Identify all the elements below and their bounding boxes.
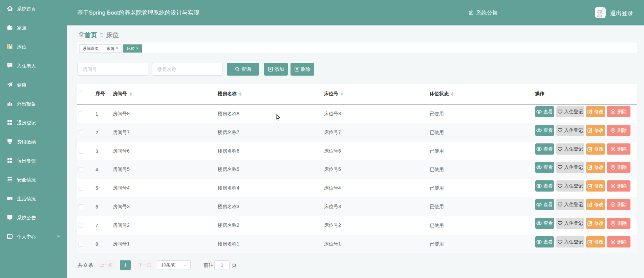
svg-text:?: ? [604,8,605,11]
